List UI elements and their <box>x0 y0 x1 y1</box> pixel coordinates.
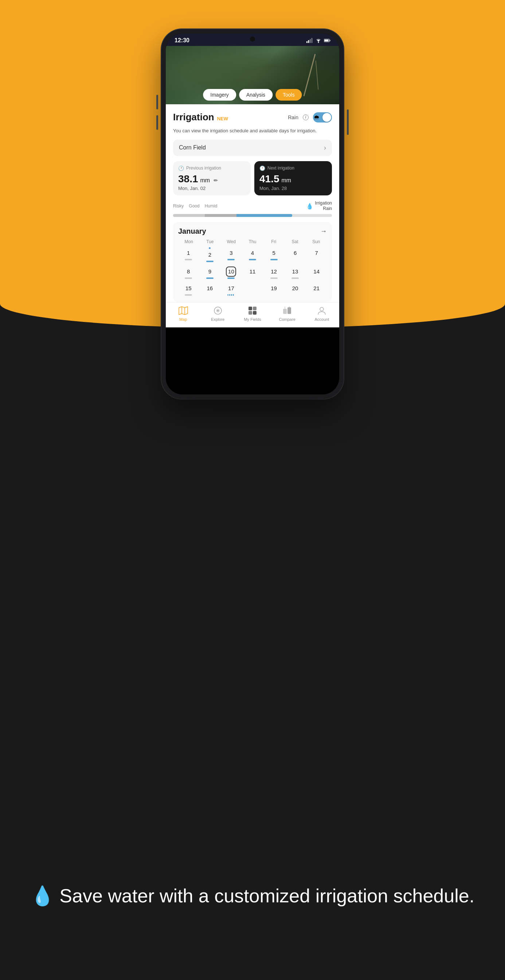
cal-num-2: 2 <box>205 250 215 260</box>
prev-value-number: 38.1 <box>178 173 198 185</box>
nav-compare[interactable]: Compare <box>276 305 298 321</box>
day-label-mon: Mon <box>178 239 199 244</box>
nav-map-label: Map <box>179 317 187 321</box>
irrigation-title: Irrigation NEW <box>173 111 228 123</box>
cal-ind-2 <box>206 261 213 262</box>
cal-num-21: 21 <box>311 283 322 293</box>
cal-num-18 <box>248 283 257 293</box>
info-icon[interactable]: i <box>303 115 309 120</box>
map-icon <box>178 306 188 315</box>
description-text: You can view the irrigation schedule and… <box>173 127 332 135</box>
nav-account[interactable]: Account <box>311 305 333 321</box>
svg-rect-12 <box>248 307 252 310</box>
cal-day-18[interactable] <box>242 282 263 297</box>
svg-rect-13 <box>253 307 257 310</box>
cal-num-6: 6 <box>290 248 300 258</box>
prev-card-date: Mon, Jan. 02 <box>178 186 246 191</box>
cal-ind-15 <box>185 294 192 296</box>
rain-toggle-switch[interactable]: 🌧 <box>313 112 332 123</box>
cal-day-16[interactable]: 16 <box>200 282 221 297</box>
pb-humid <box>237 214 292 217</box>
cal-day-20[interactable]: 20 <box>285 282 306 297</box>
next-clock-icon: 🕐 <box>259 165 265 171</box>
prev-card-value: 38.1 mm ✏ <box>178 173 246 185</box>
cal-num-14: 14 <box>311 267 322 277</box>
explore-nav-icon <box>213 305 223 316</box>
cal-day-13[interactable]: 13 <box>285 265 306 280</box>
cal-day-6[interactable]: 6 <box>285 247 306 264</box>
next-irrigation-card: 🕐 Next irrigation 41.5 mm Mon, Jan. 28 <box>254 161 332 196</box>
cal-num-9: 9 <box>205 267 215 277</box>
battery-icon <box>324 38 330 43</box>
account-nav-icon <box>317 305 327 316</box>
legend-risky: Risky <box>173 204 184 208</box>
clock-icon: 🕐 <box>178 165 184 171</box>
cal-day-17[interactable]: 17 <box>221 282 241 297</box>
cal-num-5: 5 <box>269 248 279 258</box>
cal-day-15[interactable]: 15 <box>178 282 199 297</box>
svg-rect-14 <box>248 311 252 315</box>
irrigation-header: Irrigation NEW Rain i 🌧 <box>173 111 332 123</box>
cal-ind-17 <box>227 294 235 296</box>
edit-icon[interactable]: ✏ <box>213 178 218 183</box>
explore-icon <box>213 306 222 315</box>
nav-account-label: Account <box>314 317 329 321</box>
cal-num-10: 10 <box>226 267 236 277</box>
legend-rain-text: IrrigationRain <box>315 200 332 212</box>
cal-day-12[interactable]: 12 <box>264 265 284 280</box>
drop-icon: 💧 <box>306 203 313 210</box>
content-card: Irrigation NEW Rain i 🌧 You can view the… <box>166 104 339 302</box>
day-label-sun: Sun <box>306 239 327 244</box>
tools-tab[interactable]: Tools <box>275 89 302 100</box>
irrigation-progress-bar <box>173 214 332 217</box>
legend-row: Risky Good Humid 💧 IrrigationRain <box>173 200 332 212</box>
cal-ind-10 <box>227 277 235 279</box>
cal-day-5[interactable]: 5 <box>264 247 284 264</box>
account-icon <box>317 306 327 315</box>
cal-day-14[interactable]: 14 <box>306 265 327 280</box>
svg-marker-1 <box>308 40 309 43</box>
cal-num-7: 7 <box>311 248 322 258</box>
chevron-right-icon: › <box>324 144 326 152</box>
cal-day-21[interactable]: 21 <box>306 282 327 297</box>
day-label-tue: Tue <box>199 239 221 244</box>
cal-day-3[interactable]: 3 <box>221 247 241 264</box>
my-fields-nav-icon <box>248 305 257 316</box>
svg-marker-2 <box>310 39 311 43</box>
field-selector[interactable]: Corn Field › <box>173 140 332 156</box>
cal-day-19[interactable]: 19 <box>264 282 284 297</box>
cal-day-7[interactable]: 7 <box>306 247 327 264</box>
calendar: January → Mon Tue Wed Thu Fri Sat Sun <box>173 222 332 302</box>
legend-good: Good <box>189 204 199 208</box>
cal-day-8[interactable]: 8 <box>178 265 199 280</box>
nav-my-fields[interactable]: My Fields <box>241 305 264 321</box>
pb-risky <box>173 214 205 217</box>
cal-day-2[interactable]: 2 <box>200 247 221 264</box>
calendar-next-arrow[interactable]: → <box>320 228 327 235</box>
analysis-tab[interactable]: Analysis <box>239 89 273 100</box>
cal-day-1[interactable]: 1 <box>178 247 199 264</box>
cal-num-4: 4 <box>248 248 257 258</box>
cal-day-10[interactable]: 10 <box>221 265 241 280</box>
imagery-tab[interactable]: Imagery <box>203 89 236 100</box>
new-badge: NEW <box>217 116 228 121</box>
svg-point-4 <box>318 42 319 43</box>
svg-marker-8 <box>179 307 187 315</box>
map-tab-buttons: Imagery Analysis Tools <box>203 89 302 100</box>
cal-num-19: 19 <box>269 283 279 293</box>
signal-icon <box>306 38 313 43</box>
cal-num-20: 20 <box>290 283 300 293</box>
cal-num-3: 3 <box>226 248 236 258</box>
previous-irrigation-card: 🕐 Previous irrigation 38.1 mm ✏ Mon, Jan… <box>173 161 251 196</box>
cal-day-9[interactable]: 9 <box>200 265 221 280</box>
calendar-header: January → <box>178 227 327 235</box>
cal-num-8: 8 <box>183 267 194 277</box>
nav-map[interactable]: Map <box>172 305 194 321</box>
status-time: 12:30 <box>175 37 189 44</box>
nav-explore[interactable]: Explore <box>207 305 229 321</box>
svg-rect-15 <box>253 311 257 315</box>
cal-day-11[interactable]: 11 <box>242 265 263 280</box>
cal-num-1: 1 <box>183 248 194 258</box>
fields-icon <box>248 306 257 315</box>
cal-day-4[interactable]: 4 <box>242 247 263 264</box>
